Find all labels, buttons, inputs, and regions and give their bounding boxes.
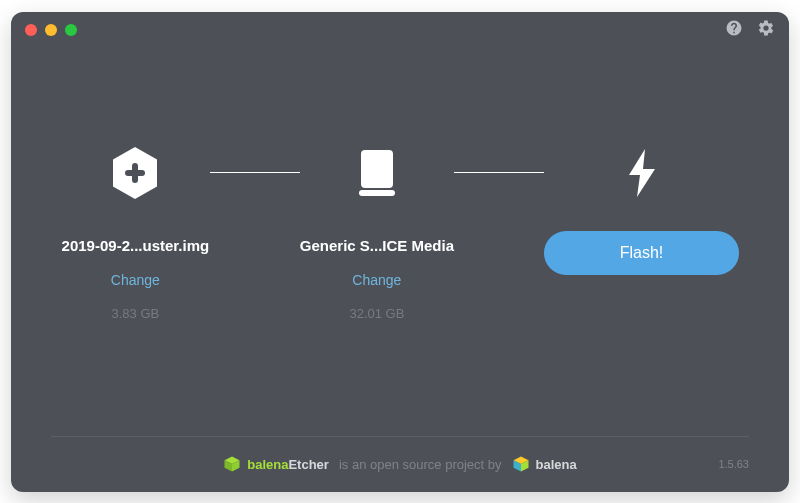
step-select-drive: Generic S...ICE Media Change 32.01 GB [300, 143, 454, 321]
footer: balenaEtcher is an open source project b… [51, 436, 749, 492]
svg-rect-2 [125, 170, 145, 176]
svg-rect-3 [361, 150, 393, 188]
connector-line [210, 143, 300, 203]
cube-icon [512, 455, 530, 473]
svg-marker-5 [629, 149, 655, 197]
drive-size: 32.01 GB [349, 306, 404, 321]
drive-name: Generic S...ICE Media [300, 237, 454, 254]
close-window-button[interactable] [25, 24, 37, 36]
image-filename: 2019-09-2...uster.img [62, 237, 210, 254]
footer-attribution: balenaEtcher is an open source project b… [223, 455, 576, 473]
brand-name-b: Etcher [288, 457, 328, 472]
main-content: 2019-09-2...uster.img Change 3.83 GB Gen… [11, 48, 789, 436]
plus-hexagon-icon [111, 143, 159, 203]
titlebar [11, 12, 789, 48]
connector-line [454, 143, 544, 203]
brand-etcher[interactable]: balenaEtcher [223, 455, 329, 473]
brand-name-a: balena [247, 457, 288, 472]
svg-rect-4 [359, 190, 395, 196]
cube-icon [223, 455, 241, 473]
maximize-window-button[interactable] [65, 24, 77, 36]
image-size: 3.83 GB [112, 306, 160, 321]
help-icon[interactable] [725, 19, 743, 41]
settings-icon[interactable] [757, 19, 775, 41]
brand-secondary-name: balena [536, 457, 577, 472]
app-window: 2019-09-2...uster.img Change 3.83 GB Gen… [11, 12, 789, 492]
change-drive-link[interactable]: Change [352, 272, 401, 288]
flash-button[interactable]: Flash! [544, 231, 739, 275]
change-image-link[interactable]: Change [111, 272, 160, 288]
flash-icon [627, 143, 657, 203]
brand-balena[interactable]: balena [512, 455, 577, 473]
window-controls [25, 24, 77, 36]
step-flash: Flash! [544, 143, 739, 275]
footer-tagline: is an open source project by [339, 457, 502, 472]
version-label: 1.5.63 [718, 458, 749, 470]
drive-icon [357, 143, 397, 203]
steps-row: 2019-09-2...uster.img Change 3.83 GB Gen… [61, 143, 739, 321]
minimize-window-button[interactable] [45, 24, 57, 36]
step-select-image: 2019-09-2...uster.img Change 3.83 GB [61, 143, 210, 321]
